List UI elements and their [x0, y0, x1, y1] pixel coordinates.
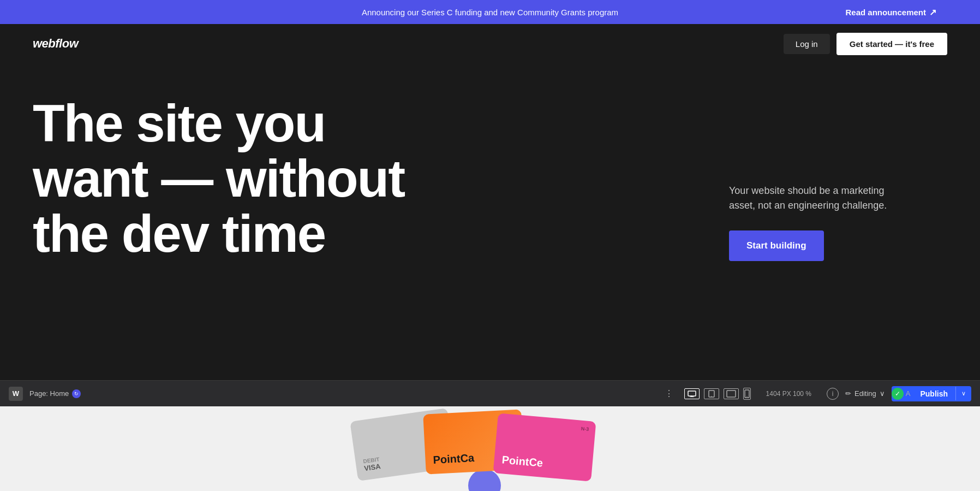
editor-bar: W Page: Home ↻ ⋮ — [0, 380, 980, 406]
publish-dropdown-button[interactable]: ∨ — [955, 387, 971, 400]
svg-point-4 — [711, 396, 712, 397]
announcement-text: Announcing our Series C funding and new … — [362, 8, 618, 17]
login-button[interactable]: Log in — [784, 34, 830, 54]
tablet-icon[interactable] — [704, 388, 719, 399]
hero-headline-line1: The site you — [33, 94, 325, 152]
info-icon[interactable]: i — [827, 388, 839, 400]
card-brand-pink: PointCe — [501, 453, 585, 473]
publish-button-container: ✓ A Publish ∨ — [892, 386, 971, 401]
page-label: Page: Home ↻ — [29, 389, 81, 398]
editing-button[interactable]: ✏ Editing ∨ — [845, 389, 885, 398]
editor-right-controls: i ✏ Editing ∨ ✓ A Publish ∨ — [827, 386, 971, 401]
pencil-icon: ✏ — [845, 389, 851, 398]
page-label-text: Page: Home — [29, 389, 69, 398]
canvas-preview: DEBIT VISA N-2 PointCa N-3 PointCe — [0, 406, 980, 491]
phone-svg — [744, 389, 750, 398]
get-started-button[interactable]: Get started — it's free — [836, 33, 947, 55]
page-sync-icon[interactable]: ↻ — [72, 389, 81, 398]
svg-rect-0 — [688, 391, 696, 396]
start-building-button[interactable]: Start building — [729, 230, 824, 261]
hero-headline: The site you want — without the dev time — [33, 96, 480, 261]
desktop-icon[interactable] — [684, 388, 700, 399]
point-card-pink: N-3 PointCe — [493, 413, 596, 481]
editing-label: Editing — [854, 389, 876, 398]
announcement-bar: Announcing our Series C funding and new … — [0, 0, 980, 24]
a-icon: A — [906, 389, 911, 398]
tablet-landscape-svg — [726, 390, 736, 398]
announcement-arrow-icon: ↗ — [929, 7, 936, 17]
webflow-logo[interactable]: webflow — [33, 37, 78, 51]
navbar: webflow Log in Get started — it's free — [0, 24, 980, 63]
svg-rect-5 — [727, 391, 736, 397]
px-display: 1404 PX 100 % — [766, 390, 811, 398]
hero-headline-line2: want — without — [33, 149, 404, 208]
hero-subtext: Your website should be a marketing asset… — [729, 184, 904, 213]
sync-symbol: ↻ — [74, 391, 79, 397]
hero-right: Your website should be a marketing asset… — [729, 96, 904, 261]
publish-button[interactable]: Publish — [912, 386, 955, 401]
tablet-landscape-icon[interactable] — [724, 388, 739, 399]
editor-more-options-icon[interactable]: ⋮ — [665, 388, 673, 399]
device-icons — [684, 388, 751, 400]
editing-chevron-icon: ∨ — [880, 389, 885, 398]
svg-point-7 — [746, 396, 747, 397]
read-announcement-label: Read announcement — [845, 8, 926, 17]
check-symbol: ✓ — [895, 390, 900, 398]
tablet-svg — [708, 390, 715, 398]
webflow-w-icon[interactable]: W — [9, 387, 23, 401]
card-group: DEBIT VISA N-2 PointCa N-3 PointCe — [326, 409, 654, 491]
phone-icon[interactable] — [743, 388, 751, 400]
read-announcement-link[interactable]: Read announcement ↗ — [845, 7, 936, 17]
desktop-svg — [688, 391, 696, 397]
hero-headline-line3: the dev time — [33, 204, 325, 263]
publish-check-icon: ✓ — [892, 388, 904, 400]
hero-left: The site you want — without the dev time — [33, 96, 480, 261]
nav-right: Log in Get started — it's free — [784, 33, 947, 55]
card-n3-label: N-3 — [581, 426, 589, 432]
hero-section: The site you want — without the dev time… — [0, 63, 980, 347]
